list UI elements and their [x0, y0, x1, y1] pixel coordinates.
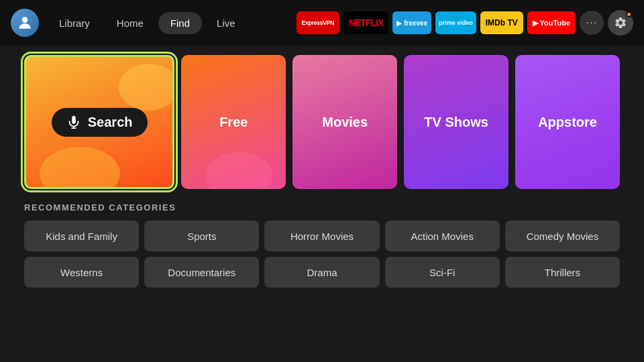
category-kids-family[interactable]: Kids and Family [24, 221, 139, 251]
app-netflix[interactable]: NETFLIX [343, 11, 388, 34]
nav-find[interactable]: Find [158, 12, 202, 34]
nav-home[interactable]: Home [105, 12, 156, 34]
category-scifi[interactable]: Sci-Fi [385, 257, 500, 288]
nav-library[interactable]: Library [47, 12, 102, 34]
category-sports[interactable]: Sports [144, 221, 259, 251]
main-nav: Library Home Find Live [47, 12, 248, 34]
category-horror[interactable]: Horror Movies [264, 221, 379, 251]
free-tile[interactable]: Free [181, 55, 286, 189]
app-expressvpn[interactable]: ExpressVPN [297, 11, 340, 34]
free-label: Free [219, 115, 248, 130]
tvshows-label: TV Shows [424, 115, 488, 130]
category-row-1: Kids and Family Sports Horror Movies Act… [24, 221, 620, 251]
appstore-label: Appstore [538, 115, 597, 130]
movies-label: Movies [322, 115, 368, 130]
recommended-title: RECOMMENDED CATEGORIES [24, 202, 620, 213]
category-tiles: Search Free Movies TV Shows Appstore [24, 55, 620, 189]
app-youtube[interactable]: ▶ YouTube [527, 11, 576, 34]
category-action[interactable]: Action Movies [385, 221, 500, 251]
app-imdb[interactable]: IMDb TV [480, 11, 523, 34]
header: Library Home Find Live ExpressVPN NETFLI… [0, 0, 644, 46]
search-pill[interactable]: Search [52, 108, 148, 137]
category-drama[interactable]: Drama [264, 257, 379, 288]
recommended-section: RECOMMENDED CATEGORIES Kids and Family S… [24, 202, 620, 288]
app-prime[interactable]: prime video [435, 11, 476, 34]
tvshows-tile[interactable]: TV Shows [404, 55, 508, 189]
mic-icon [66, 115, 81, 129]
more-apps-button[interactable]: ··· [580, 11, 604, 35]
nav-live[interactable]: Live [205, 12, 248, 34]
search-tile[interactable]: Search [24, 55, 174, 189]
category-row-2: Westerns Documentaries Drama Sci-Fi Thri… [24, 257, 620, 288]
category-grid: Kids and Family Sports Horror Movies Act… [24, 221, 620, 288]
category-documentaries[interactable]: Documentaries [144, 257, 259, 288]
main-content: Search Free Movies TV Shows Appstore REC… [0, 46, 644, 288]
svg-point-0 [22, 17, 28, 23]
category-comedy[interactable]: Comedy Movies [505, 221, 620, 251]
app-icons-bar: ExpressVPN NETFLIX ▶ freevee prime video… [297, 10, 633, 36]
svg-rect-1 [72, 116, 76, 124]
app-freevee[interactable]: ▶ freevee [392, 11, 431, 34]
category-westerns[interactable]: Westerns [24, 257, 139, 288]
search-label: Search [88, 115, 133, 130]
category-thrillers[interactable]: Thrillers [505, 257, 620, 288]
avatar[interactable] [11, 9, 39, 37]
movies-tile[interactable]: Movies [292, 55, 397, 189]
settings-button[interactable] [608, 10, 633, 36]
appstore-tile[interactable]: Appstore [515, 55, 620, 189]
